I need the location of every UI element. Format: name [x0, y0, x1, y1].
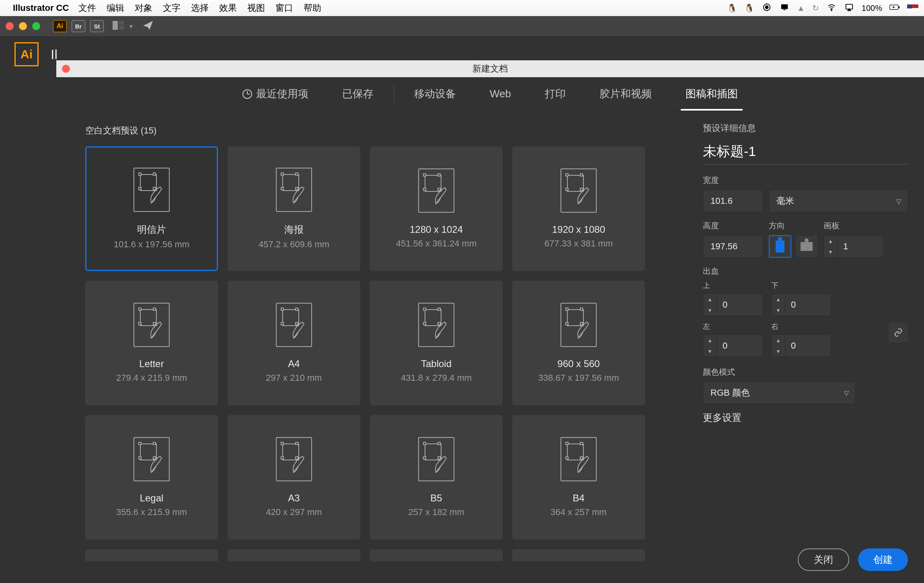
preset-peek[interactable] [370, 549, 503, 561]
preset-card[interactable]: A4 297 x 210 mm [228, 281, 360, 405]
window-minimize-icon[interactable] [19, 22, 27, 30]
colormode-label: 颜色模式 [703, 367, 908, 378]
preset-peek[interactable] [512, 549, 645, 561]
preset-size: 297 x 210 mm [266, 373, 322, 383]
preset-card[interactable]: B5 257 x 182 mm [370, 415, 503, 540]
preset-card[interactable]: 明信片 101.6 x 197.56 mm [85, 146, 218, 271]
menu-help[interactable]: 帮助 [304, 2, 321, 14]
preset-card[interactable]: Letter 279.4 x 215.9 mm [85, 281, 218, 405]
width-input[interactable]: 101.6 [703, 190, 763, 212]
preset-size: 257 x 182 mm [408, 507, 464, 517]
battery-icon[interactable] [889, 3, 900, 14]
preset-peek[interactable] [228, 549, 360, 561]
arrange-icon[interactable] [113, 21, 125, 31]
airplay-icon[interactable] [844, 3, 854, 14]
bleed-top-stepper[interactable]: ▲▼0 [703, 294, 763, 316]
svg-rect-9 [119, 21, 124, 25]
preset-peek[interactable] [85, 549, 218, 561]
preset-glyph-icon [418, 168, 454, 213]
menu-effect[interactable]: 效果 [219, 2, 237, 14]
tab-saved[interactable]: 已保存 [325, 77, 390, 111]
sync-icon[interactable]: ↻ [812, 3, 819, 13]
input-source-icon[interactable] [907, 4, 918, 12]
tab-art[interactable]: 图稿和插图 [669, 77, 755, 111]
tab-recent[interactable]: 最近使用项 [226, 77, 325, 111]
colormode-value: RGB 颜色 [710, 387, 750, 399]
tab-label: 胶片和视频 [600, 87, 652, 101]
height-input[interactable]: 197.56 [703, 235, 763, 258]
app-top-strip: Ai Br St ▾ [0, 16, 924, 36]
orientation-landscape-button[interactable] [795, 235, 818, 258]
display-icon[interactable] [779, 3, 790, 14]
tab-web[interactable]: Web [473, 77, 528, 111]
colormode-select[interactable]: RGB 颜色 ▽ [703, 382, 856, 404]
artboards-stepper[interactable]: ▲▼ 1 [823, 235, 884, 258]
stepper-up-icon[interactable]: ▲ [824, 236, 837, 246]
create-button[interactable]: 创建 [858, 548, 908, 571]
stock-badge[interactable]: St [90, 20, 104, 32]
menu-view[interactable]: 视图 [247, 2, 265, 14]
close-button[interactable]: 关闭 [798, 548, 849, 571]
preset-card[interactable]: 海报 457.2 x 609.6 mm [228, 146, 360, 271]
menu-window[interactable]: 窗口 [275, 2, 293, 14]
svg-point-4 [831, 10, 832, 10]
preset-card[interactable]: 1280 x 1024 451.56 x 361.24 mm [370, 146, 503, 271]
units-select[interactable]: 毫米 ▽ [769, 190, 908, 212]
tab-label: Web [490, 88, 511, 100]
preset-glyph-icon [418, 303, 454, 347]
tab-print[interactable]: 打印 [528, 77, 583, 111]
bleed-link-button[interactable] [889, 323, 908, 342]
preset-card[interactable]: Legal 355.6 x 215.9 mm [85, 415, 218, 540]
svg-rect-10 [119, 26, 124, 30]
orientation-portrait-button[interactable] [769, 235, 791, 258]
ai-badge[interactable]: Ai [53, 20, 67, 32]
clock-icon [242, 89, 252, 99]
tab-film[interactable]: 胶片和视频 [583, 77, 669, 111]
bleed-label: 出血 [703, 266, 908, 277]
wifi-icon[interactable] [826, 3, 837, 14]
preset-name: 1920 x 1080 [552, 224, 605, 235]
preset-card[interactable]: 1920 x 1080 677.33 x 381 mm [512, 146, 645, 271]
up-arrow-icon[interactable]: ▲ [797, 4, 805, 13]
menu-select[interactable]: 选择 [191, 2, 209, 14]
more-settings-link[interactable]: 更多设置 [703, 411, 908, 424]
modal-titlebar: 新建文档 [56, 60, 924, 77]
paper-plane-icon[interactable] [142, 20, 154, 32]
bleed-right-stepper[interactable]: ▲▼0 [771, 335, 832, 357]
menu-object[interactable]: 对象 [135, 2, 152, 14]
menu-edit[interactable]: 编辑 [107, 2, 124, 14]
preset-name: Legal [140, 493, 164, 504]
ai-logo: Ai [14, 42, 39, 66]
preset-size: 101.6 x 197.56 mm [114, 239, 189, 250]
artboards-value[interactable]: 1 [837, 235, 884, 258]
document-name-input[interactable]: 未标题-1 [703, 142, 908, 164]
svg-rect-3 [783, 9, 786, 10]
qq-icon-2[interactable]: 🐧 [744, 3, 754, 13]
modal-close-icon[interactable] [62, 65, 70, 73]
preset-card[interactable]: A3 420 x 297 mm [228, 415, 360, 540]
menu-file[interactable]: 文件 [78, 2, 96, 14]
window-close-icon[interactable] [6, 22, 14, 30]
preset-size: 279.4 x 215.9 mm [116, 373, 187, 383]
battery-percent[interactable]: 100% [862, 4, 882, 13]
window-controls [6, 22, 40, 30]
bridge-badge[interactable]: Br [72, 20, 85, 32]
bleed-left-stepper[interactable]: ▲▼0 [703, 335, 763, 357]
mac-menubar: Illustrator CC 文件 编辑 对象 文字 选择 效果 视图 窗口 帮… [0, 0, 924, 16]
stepper-down-icon[interactable]: ▼ [824, 246, 837, 257]
qq-icon[interactable]: 🐧 [727, 3, 737, 13]
tab-label: 最近使用项 [256, 87, 308, 101]
preset-name: 明信片 [137, 223, 166, 236]
menu-type[interactable]: 文字 [163, 2, 181, 14]
preset-card[interactable]: B4 364 x 257 mm [512, 415, 645, 540]
dropdown-icon[interactable]: ▾ [129, 23, 133, 30]
preset-card[interactable]: Tabloid 431.8 x 279.4 mm [370, 281, 503, 405]
preset-card[interactable]: 960 x 560 338.67 x 197.56 mm [512, 281, 645, 405]
presets-next-row-peek [85, 549, 677, 561]
creative-cloud-icon[interactable] [762, 3, 772, 14]
system-tray: 🐧 🐧 ▲ ↻ 100% [727, 3, 918, 14]
bleed-bottom-stepper[interactable]: ▲▼0 [771, 294, 832, 316]
menubar-app-name[interactable]: Illustrator CC [13, 3, 69, 13]
tab-mobile[interactable]: 移动设备 [397, 77, 473, 111]
window-zoom-icon[interactable] [32, 22, 40, 30]
